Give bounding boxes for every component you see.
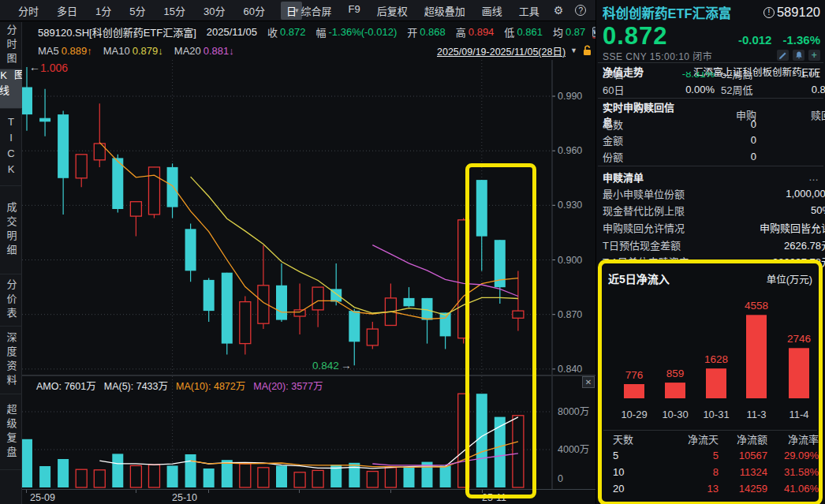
volume-bar — [76, 469, 87, 487]
info-icon[interactable]: ! — [763, 7, 775, 18]
period-tab-1分[interactable]: 1分 — [93, 2, 114, 20]
left-sidebar: 分时图K线图TICK成交明细分价表深度资料超级复盘 — [0, 22, 22, 504]
redeem-value: 0 — [756, 134, 825, 146]
sidebar-item-分时图[interactable]: 分时图 — [0, 22, 22, 69]
unlock-icon[interactable] — [582, 45, 592, 56]
period-tab-5分[interactable]: 5分 — [127, 2, 147, 20]
field-开: 开0.868 — [407, 24, 446, 39]
flow-days: 5 — [602, 447, 646, 464]
list-row-申购赎回允许情况: 申购赎回允许情况申购赎回皆允许 — [603, 219, 825, 235]
date-range-text[interactable]: 2025/09/19-2025/11/05(28日) — [437, 43, 566, 58]
help-icon[interactable]: ? — [575, 5, 586, 16]
market-status: SSE CNY 15:00:10 闭市 — [603, 49, 712, 62]
sidebar-item-超级复盘[interactable]: 超级复盘 — [0, 394, 22, 470]
period-tab-分时[interactable]: 分时 — [16, 2, 41, 20]
netflow-unit: 单位(万元) — [767, 271, 812, 286]
top-toolbar: 分时多日1分5分15分30分60分日 ▾ 综合屏F9后复权超级叠加画线工具 ⚙ … — [0, 0, 595, 21]
toolbar-right: 综合屏F9后复权超级叠加画线工具 ⚙ ? › — [298, 2, 601, 20]
bell-icon[interactable] — [793, 50, 804, 61]
field-value: 0.861 — [517, 26, 543, 38]
sidebar-item-K线图[interactable]: K线图 — [0, 69, 22, 109]
subscribe-value: 0 — [681, 151, 756, 162]
candle-body — [404, 298, 415, 306]
arrow-left-icon: ← — [29, 61, 40, 73]
candle-body — [367, 329, 378, 345]
app: 分时多日1分5分15分30分60分日 ▾ 综合屏F9后复权超级叠加画线工具 ⚙ … — [0, 0, 825, 504]
chart-zone: 0.9900.9600.9300.9000.8700.840←1.0060.84… — [22, 60, 595, 504]
flow-value: 14259 — [719, 480, 767, 497]
netflow-value: 776 — [625, 369, 644, 381]
row-label2: 52周低 — [715, 82, 776, 97]
low-annotation: 0.842 — [312, 360, 339, 371]
candle-body — [294, 310, 305, 316]
chevron-down-icon[interactable]: ▼ — [570, 47, 577, 54]
vol-axis-label: 0 — [558, 473, 563, 484]
candle-body — [76, 155, 87, 178]
flow-value: 11324 — [719, 464, 767, 480]
toolbar-item-综合屏[interactable]: 综合屏 — [298, 2, 334, 20]
y-axis-label: 0.930 — [558, 200, 582, 211]
date-range-control[interactable]: 2025/09/19-2025/11/05(28日) ▼ — [437, 43, 592, 58]
sidebar-item-深度资料[interactable]: 深度资料 — [0, 327, 22, 394]
volume-bar — [404, 467, 415, 487]
netflow-panel: 近5日净流入 单位(万元) 77610-2985910-30162810-314… — [598, 259, 823, 504]
volume-bar — [58, 459, 69, 487]
candle-body — [130, 202, 141, 216]
volume-chart[interactable]: 8000万4000万0 — [22, 376, 595, 489]
netflow-bar — [746, 315, 767, 398]
netflow-table: 天数净流天净流额净流率551056729.09%1081132431.58%20… — [602, 431, 819, 497]
field-value: 0.87 — [566, 26, 585, 38]
x-axis-label-25-09: 25-09 — [30, 492, 55, 503]
stock-code: 589120 — [777, 5, 820, 20]
period-tab-多日[interactable]: 多日 — [54, 2, 80, 20]
toolbar-item-画线[interactable]: 画线 — [480, 2, 505, 20]
vol-ma20-value: MA(20): 3577万 — [253, 378, 323, 393]
sidebar-item-TICK[interactable]: TICK — [0, 109, 22, 186]
row-value: 0.00% — [651, 84, 715, 95]
more-icon[interactable]: … — [808, 171, 820, 183]
flow-value: 8 — [646, 464, 719, 480]
candle-body — [39, 118, 50, 122]
volume-bar — [294, 472, 305, 487]
volume-bar — [440, 465, 451, 487]
sidebar-item-分价表[interactable]: 分价表 — [0, 274, 22, 327]
period-tab-30分[interactable]: 30分 — [201, 2, 227, 20]
flow-days: 10 — [602, 464, 646, 480]
close-icon[interactable]: ✕ — [582, 376, 595, 388]
realtime-row-份额: 份额00 — [603, 148, 825, 164]
netflow-value: 859 — [666, 368, 685, 379]
price-change: -0.012 — [738, 33, 772, 47]
trade-date: 2025/11/05 — [207, 26, 257, 38]
row-value: 50% — [811, 204, 825, 216]
volume-bar — [385, 468, 396, 487]
add-icon[interactable]: + — [808, 50, 820, 61]
row-label: 20日 — [603, 72, 651, 81]
row-label: 笔数 — [603, 117, 681, 132]
toolbar-item-超级叠加[interactable]: 超级叠加 — [422, 2, 468, 20]
field-高: 高0.894 — [456, 24, 495, 39]
x-tick — [299, 490, 300, 493]
candle-body — [149, 167, 160, 215]
toolbar-item-后复权[interactable]: 后复权 — [375, 2, 410, 20]
field-均: 均0.87 — [553, 24, 585, 39]
field-label: 收 — [267, 24, 278, 39]
volume-bar — [349, 463, 360, 487]
toolbar-item-工具[interactable]: 工具 — [517, 2, 542, 20]
sidebar-item-成交明细[interactable]: 成交明细 — [0, 186, 22, 274]
volume-bar — [167, 465, 178, 487]
kline-chart[interactable]: 0.9900.9600.9300.9000.8700.840←1.0060.84… — [22, 60, 595, 375]
field-低: 低0.861 — [504, 24, 543, 39]
volume-bar — [276, 465, 287, 487]
edit-icon[interactable] — [777, 50, 789, 61]
row-label: 申购赎回允许情况 — [603, 220, 685, 235]
netflow-title: 近5日净流入 — [608, 271, 670, 286]
gear-icon[interactable]: ⚙ — [554, 4, 564, 17]
period-tab-15分[interactable]: 15分 — [162, 2, 188, 20]
period-tab-60分[interactable]: 60分 — [241, 2, 267, 20]
toolbar-item-F9[interactable]: F9 — [345, 2, 362, 20]
candle-body — [222, 273, 233, 344]
netflow-date: 10-29 — [621, 409, 647, 420]
ma-legend-MA10: MA100.879↓ — [103, 45, 163, 57]
vol-axis-label: 8000万 — [558, 406, 589, 417]
x-tick — [26, 490, 27, 493]
